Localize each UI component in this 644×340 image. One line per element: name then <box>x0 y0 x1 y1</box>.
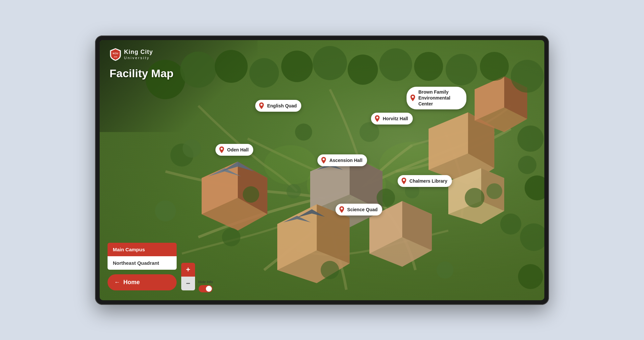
screen: KCU 1848 King City University Facility M… <box>100 40 544 300</box>
pin-brown-family[interactable]: Brown Family Environmental Center <box>407 87 466 109</box>
pin-icon <box>409 94 416 102</box>
pin-oden-hall[interactable]: Oden Hall <box>215 144 253 156</box>
pin-label-horvitz-hall: Horvitz Hall <box>383 116 408 121</box>
pin-label-science-quad: Science Quad <box>347 207 378 212</box>
zoom-out-button[interactable]: − <box>181 277 195 290</box>
hide-info-toggle[interactable] <box>199 285 212 292</box>
pin-icon <box>320 157 327 164</box>
svg-point-67 <box>323 158 325 160</box>
hide-info-control: Hide Info <box>198 280 213 292</box>
pin-horvitz-hall[interactable]: Horvitz Hall <box>371 113 413 125</box>
filter-main-campus[interactable]: Main Campus <box>108 243 177 256</box>
device-frame: KCU 1848 King City University Facility M… <box>95 35 549 305</box>
svg-point-63 <box>412 96 414 98</box>
pin-chalmers-library[interactable]: Chalmers Library <box>398 175 452 187</box>
hide-info-label: Hide Info <box>198 280 213 284</box>
zoom-in-button[interactable]: + <box>181 263 195 277</box>
home-button-label: Home <box>123 279 140 286</box>
filter-northeast-quadrant[interactable]: Northeast Quadrant <box>108 256 177 270</box>
bottom-controls: Main Campus Northeast Quadrant ← Home <box>108 243 177 290</box>
svg-point-65 <box>376 117 378 119</box>
pin-icon <box>374 115 381 122</box>
pin-label-oden-hall: Oden Hall <box>227 147 249 152</box>
toggle-knob <box>206 286 212 292</box>
pin-english-quad[interactable]: English Quad <box>255 100 301 112</box>
svg-point-64 <box>260 103 262 105</box>
svg-point-68 <box>403 179 405 181</box>
pin-icon <box>258 102 265 109</box>
pin-science-quad[interactable]: Science Quad <box>335 204 383 215</box>
pin-label-english-quad: English Quad <box>267 103 297 108</box>
pin-label-brown-family: Brown Family Environmental Center <box>418 89 461 107</box>
home-arrow-icon: ← <box>114 279 120 286</box>
home-button[interactable]: ← Home <box>108 274 177 290</box>
svg-point-66 <box>220 148 222 150</box>
svg-point-69 <box>340 208 342 210</box>
pin-label-ascension-hall: Ascension Hall <box>329 158 362 163</box>
pin-icon <box>338 206 345 213</box>
pin-icon <box>218 146 225 153</box>
zoom-controls: + − <box>181 263 195 290</box>
pin-icon <box>400 177 408 185</box>
pin-ascension-hall[interactable]: Ascension Hall <box>317 154 367 166</box>
pin-label-chalmers-library: Chalmers Library <box>409 178 447 184</box>
